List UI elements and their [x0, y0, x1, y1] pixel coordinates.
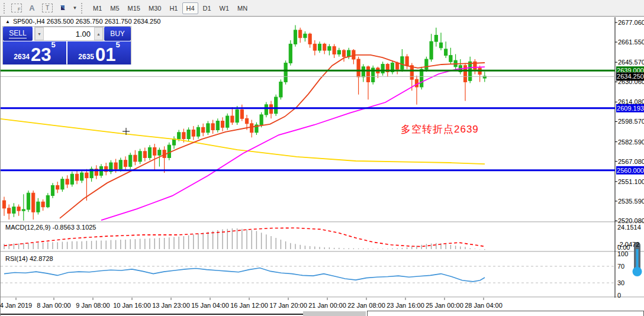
price-axis-label: 2661.550 — [618, 38, 644, 46]
chart-title: SP500-,H4 2635.500 2635.750 2631.750 263… — [13, 18, 161, 25]
candle-body — [328, 47, 331, 50]
time-axis-label: 8 Jan 00:00 — [37, 302, 71, 309]
candle-body — [182, 133, 185, 139]
rsi-axis-label: 30 — [617, 279, 624, 286]
candle-body — [192, 130, 195, 137]
volume-decrease-button[interactable]: ▼ — [35, 27, 44, 40]
sell-button[interactable]: SELL — [3, 27, 33, 41]
buy-price-big: 01 — [95, 47, 115, 63]
candle-body — [313, 44, 316, 50]
price-axis-label: 2598.570 — [618, 118, 644, 125]
candle-body — [347, 50, 350, 57]
rsi-axis-label: 0 — [617, 292, 621, 299]
candle-body — [22, 209, 25, 211]
buy-button-label: BUY — [110, 30, 125, 38]
time-axis-label: 13 Jan 23:00 — [152, 302, 190, 309]
buy-quote-button[interactable]: 2635 01 5 — [67, 41, 131, 65]
trade-panel-top-row: SELL ▼ 1.00 ▲ BUY — [3, 27, 131, 41]
rsi-line — [4, 268, 485, 282]
panel-collapse-toggle[interactable]: ▲ — [5, 19, 10, 24]
sell-price-pip: 5 — [51, 40, 55, 49]
time-axis-label: 15 Jan 04:00 — [191, 302, 229, 309]
price-axis-label: 2645.570 — [618, 59, 644, 66]
candle-body — [46, 195, 49, 207]
candle-body — [226, 116, 229, 127]
candle-body — [139, 151, 141, 162]
candle-body — [236, 109, 239, 122]
candle-body — [114, 163, 117, 169]
macd-axis-label: 24.1514 — [617, 224, 641, 231]
macd-indicator-label: MACD(12,26,9) -0.8563 3.1025 — [5, 224, 96, 231]
candle-body — [12, 207, 15, 214]
buy-button[interactable]: BUY — [104, 27, 131, 41]
candle-body — [41, 202, 44, 207]
candle-body — [85, 173, 88, 178]
candle-body — [260, 115, 263, 125]
sell-price-big: 23 — [31, 47, 51, 63]
candle-body — [299, 30, 302, 38]
chart-title-row: ▲ SP500-,H4 2635.500 2635.750 2631.750 2… — [5, 18, 160, 25]
candle-body — [158, 150, 161, 156]
candle-body — [449, 56, 452, 62]
candle-body — [2, 201, 5, 208]
ma-magenta-long — [101, 67, 485, 220]
candle-body — [8, 208, 11, 214]
buy-price-prefix: 2635 — [78, 53, 94, 61]
price-axis-label: 2535.590 — [618, 198, 644, 205]
sell-button-label: SELL — [9, 29, 26, 38]
candle-body — [148, 147, 151, 157]
candle-body — [80, 173, 83, 180]
candle-body — [342, 50, 345, 57]
candle-body — [294, 30, 297, 44]
time-axis-label: 9 Jan 08:00 — [76, 302, 110, 309]
time-axis-label: 4 Jan 2019 — [0, 302, 32, 309]
hscroll-track-line — [1, 314, 303, 315]
hscroll-shift-area[interactable] — [367, 311, 644, 316]
candle-body — [323, 44, 326, 50]
candle-body — [51, 185, 54, 195]
price-axis-label: 2567.080 — [618, 158, 644, 165]
candle-body — [284, 63, 287, 82]
candle-body — [240, 109, 243, 118]
candle-body — [129, 155, 132, 166]
candle-body — [410, 66, 413, 79]
candle-body — [211, 124, 214, 130]
candle-body — [425, 59, 428, 69]
candle-body — [279, 82, 282, 97]
candle-body — [265, 105, 268, 115]
candle-body — [250, 124, 253, 133]
candle-body — [134, 155, 137, 162]
candle-body — [197, 127, 199, 136]
volume-stepper: ▼ 1.00 ▲ — [34, 27, 104, 41]
candle-body — [289, 44, 292, 63]
price-axis-label: 2551.100 — [618, 178, 644, 185]
candle-body — [153, 147, 156, 155]
candle-body — [439, 43, 442, 48]
candle-body — [430, 41, 433, 59]
price-axis-label: 2630.060 — [618, 78, 644, 85]
price-axis-label: 2614.080 — [618, 98, 644, 105]
candle-body — [37, 202, 40, 212]
price-tag-text: 2609.193 — [617, 105, 644, 112]
volume-input[interactable]: 1.00 — [44, 27, 94, 40]
rsi-indicator-label: RSI(14) 42.8728 — [5, 255, 53, 262]
candle-body — [216, 121, 219, 130]
candle-body — [362, 67, 365, 77]
candle-body — [357, 59, 360, 77]
trade-panel-quote-row: 2634 23 5 2635 01 5 — [3, 41, 131, 65]
sell-quote-button[interactable]: 2634 23 5 — [3, 41, 66, 65]
time-axis-label: 17 Jan 20:00 — [269, 302, 307, 309]
candle-body — [318, 44, 321, 50]
candle-body — [231, 116, 234, 122]
time-axis-label: 21 Jan 00:00 — [308, 302, 346, 309]
candle-body — [401, 57, 404, 69]
candle-body — [396, 63, 399, 69]
hscroll-thumb[interactable] — [303, 311, 366, 316]
candle-body — [445, 49, 447, 56]
sell-price-prefix: 2634 — [14, 53, 30, 61]
candle-body — [61, 179, 64, 189]
candle-body — [308, 34, 311, 44]
candle-body — [304, 34, 307, 37]
volume-increase-button[interactable]: ▲ — [94, 27, 103, 40]
candle-body — [27, 193, 30, 209]
